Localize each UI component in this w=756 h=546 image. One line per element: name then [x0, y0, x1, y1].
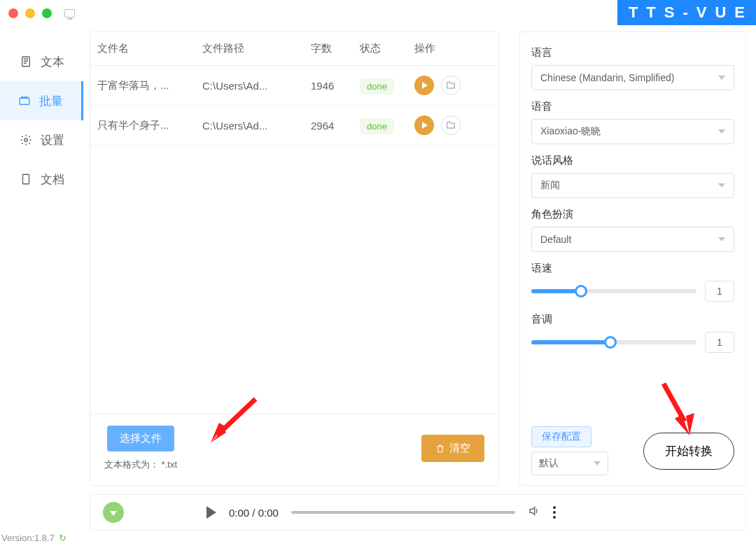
profile-select[interactable]: 默认 [531, 451, 608, 475]
play-icon [422, 122, 428, 129]
role-value: Default [540, 234, 571, 245]
play-button[interactable] [414, 76, 434, 95]
svg-rect-0 [22, 57, 29, 66]
pitch-label: 音调 [531, 313, 734, 326]
cell-ops [414, 115, 491, 135]
cell-name: 于富华落马，... [97, 79, 202, 92]
save-config-button[interactable]: 保存配置 [531, 426, 592, 447]
pitch-input[interactable] [705, 332, 734, 353]
chevron-down-icon [718, 130, 725, 134]
clear-button[interactable]: 清空 [421, 435, 484, 462]
app-logo: TTS-VUE [617, 0, 756, 25]
pitch-slider-row [531, 332, 734, 353]
svg-point-2 [24, 139, 27, 142]
voice-select[interactable]: Xiaoxiao-晓晓 [531, 119, 734, 144]
chevron-down-icon [718, 237, 725, 241]
batch-icon [18, 94, 31, 107]
max-dot[interactable] [42, 8, 52, 18]
cell-count: 1946 [311, 80, 360, 92]
close-dot[interactable] [8, 8, 18, 18]
th-name: 文件名 [97, 42, 202, 55]
rate-input[interactable] [705, 281, 734, 302]
reload-icon[interactable]: ↻ [59, 533, 66, 543]
done-tag: done [360, 118, 394, 134]
style-value: 新闻 [540, 179, 560, 192]
settings-panel: 语言 Chinese (Mandarin, Simplified) 语音 Xia… [519, 31, 746, 486]
download-button[interactable] [103, 502, 124, 523]
th-ops: 操作 [414, 42, 491, 55]
folder-icon [446, 80, 456, 90]
rate-label: 语速 [531, 262, 734, 275]
player-progress[interactable] [291, 511, 515, 514]
language-label: 语言 [531, 46, 734, 59]
cell-status: done [360, 80, 414, 92]
file-table-footer: 选择文件 文本格式为： *.txt 清空 [90, 414, 498, 485]
sidebar-item-label: 文本 [41, 54, 64, 70]
clear-label: 清空 [449, 442, 470, 455]
chevron-down-icon [594, 461, 601, 465]
cell-path: C:\Users\Ad... [202, 120, 311, 132]
rate-slider-row [531, 281, 734, 302]
player-time: 0:00 / 0:00 [229, 507, 279, 519]
version-label: Version:1.8.7↻ [1, 533, 66, 543]
format-hint-text: 文本格式为： *.txt [104, 458, 177, 471]
sidebar-item-label: 文档 [41, 172, 64, 188]
choose-file-group: 选择文件 文本格式为： *.txt [104, 426, 177, 471]
panel-footer: 保存配置 默认 开始转换 [531, 426, 734, 475]
player-menu[interactable] [553, 506, 556, 519]
titlebar: TTS-VUE [0, 0, 756, 27]
table-header-row: 文件名 文件路径 字数 状态 操作 [90, 32, 498, 66]
pitch-slider-thumb[interactable] [604, 336, 617, 349]
style-label: 说话风格 [531, 154, 734, 167]
voice-label: 语音 [531, 100, 734, 113]
open-folder-button[interactable] [441, 115, 461, 135]
sidebar-item-settings[interactable]: 设置 [0, 120, 83, 160]
role-label: 角色扮演 [531, 208, 734, 221]
rate-slider[interactable] [531, 289, 696, 293]
rate-slider-fill [531, 289, 581, 293]
sidebar-item-label: 批量 [39, 93, 63, 109]
monitor-icon[interactable] [64, 9, 75, 18]
language-value: Chinese (Mandarin, Simplified) [540, 72, 674, 83]
role-select[interactable]: Default [531, 227, 734, 252]
th-path: 文件路径 [202, 42, 311, 55]
language-select[interactable]: Chinese (Mandarin, Simplified) [531, 65, 734, 90]
pitch-slider-fill [531, 340, 610, 344]
start-convert-button[interactable]: 开始转换 [643, 433, 734, 470]
text-icon [20, 55, 32, 68]
sidebar: 文本 批量 设置 文档 [0, 27, 84, 518]
chevron-down-icon [718, 183, 725, 188]
cell-name: 只有半个身子... [97, 119, 202, 132]
file-table-panel: 文件名 文件路径 字数 状态 操作 于富华落马，... C:\Users\Ad.… [90, 31, 499, 486]
rate-slider-thumb[interactable] [575, 285, 587, 298]
trash-icon [435, 444, 445, 454]
cell-path: C:\Users\Ad... [202, 80, 311, 92]
style-select[interactable]: 新闻 [531, 173, 734, 198]
play-button[interactable] [414, 115, 434, 135]
audio-player: 0:00 / 0:00 [90, 494, 746, 531]
folder-icon [446, 120, 456, 130]
table-row: 只有半个身子... C:\Users\Ad... 2964 done [90, 106, 498, 146]
min-dot[interactable] [25, 8, 35, 18]
volume-icon[interactable] [528, 505, 540, 521]
player-play-button[interactable] [206, 506, 216, 519]
th-status: 状态 [360, 42, 414, 55]
save-config-group: 保存配置 默认 [531, 426, 608, 475]
cell-ops [414, 76, 491, 95]
profile-value: 默认 [539, 457, 559, 470]
gear-icon [20, 134, 32, 146]
open-folder-button[interactable] [441, 76, 461, 95]
download-icon [110, 511, 117, 516]
done-tag: done [360, 78, 394, 94]
svg-rect-1 [20, 98, 29, 104]
play-icon [422, 82, 428, 89]
sidebar-item-label: 设置 [41, 132, 64, 148]
chevron-down-icon [718, 76, 725, 80]
pitch-slider[interactable] [531, 340, 696, 344]
sidebar-item-text[interactable]: 文本 [0, 42, 83, 81]
voice-value: Xiaoxiao-晓晓 [540, 125, 601, 138]
th-count: 字数 [311, 42, 360, 55]
sidebar-item-batch[interactable]: 批量 [0, 81, 83, 120]
sidebar-item-docs[interactable]: 文档 [0, 160, 83, 199]
choose-file-button[interactable]: 选择文件 [107, 426, 174, 451]
